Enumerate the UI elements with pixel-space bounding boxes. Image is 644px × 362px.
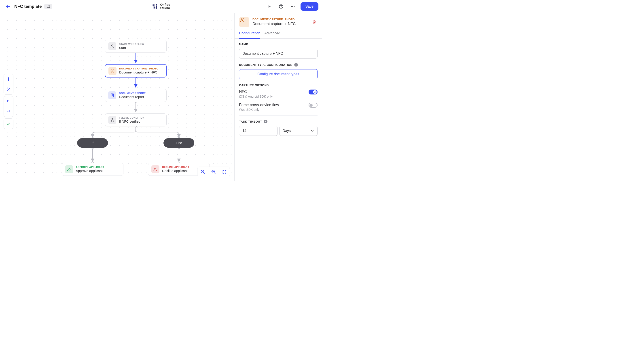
add-node-button[interactable] <box>4 74 13 84</box>
tab-advanced[interactable]: Advanced <box>264 31 280 38</box>
svg-marker-7 <box>268 5 270 7</box>
zoom-out-icon <box>200 170 205 175</box>
brand-logo-icon <box>152 3 158 9</box>
user-icon <box>108 42 116 50</box>
node-start[interactable]: START WORKFLOW Start <box>105 40 166 53</box>
node-type: START WORKFLOW <box>119 43 144 46</box>
trash-icon <box>312 20 316 24</box>
plus-icon <box>6 77 11 81</box>
tab-configuration[interactable]: Configuration <box>239 31 260 39</box>
undo-button[interactable] <box>4 96 13 107</box>
svg-point-2 <box>153 4 154 5</box>
nfc-option-sub: iOS & Android SDK only <box>239 95 272 98</box>
node-type: DOCUMENT CAPTURE: PHOTO <box>119 67 158 70</box>
topbar: NFC template v2 Onfido Studio Save <box>0 0 322 13</box>
play-icon <box>268 5 271 8</box>
cross-device-sub: Web SDK only <box>239 108 279 111</box>
svg-point-20 <box>112 45 113 46</box>
divider <box>239 115 318 116</box>
label-doc-type-text: DOCUMENT TYPE CONFIGURATION <box>239 63 292 67</box>
back-button[interactable] <box>4 3 12 10</box>
delete-button[interactable] <box>311 19 318 25</box>
node-title: Start <box>119 46 144 50</box>
branch-icon <box>108 116 116 124</box>
node-title: Document capture + NFC <box>119 70 158 75</box>
zoom-controls <box>197 167 230 177</box>
undo-icon <box>6 99 11 104</box>
redo-button[interactable] <box>4 107 13 117</box>
label-task-timeout-text: TASK TIMEOUT <box>239 120 262 123</box>
svg-point-10 <box>291 6 292 7</box>
fit-button[interactable] <box>219 167 230 177</box>
pill-if[interactable]: If <box>77 138 108 148</box>
chevron-down-icon <box>310 129 314 133</box>
fullscreen-icon <box>222 170 226 174</box>
node-type: IF/ELSE CONDITION <box>119 116 144 120</box>
label-doc-type: DOCUMENT TYPE CONFIGURATION i <box>239 63 318 67</box>
svg-point-27 <box>154 168 156 169</box>
left-toolbar <box>4 74 14 129</box>
info-icon[interactable]: i <box>264 120 268 123</box>
svg-line-34 <box>214 173 216 174</box>
node-title: Approve applicant <box>76 169 104 173</box>
node-title: Decline applicant <box>162 169 189 173</box>
node-type: DECLINE APPLICANT <box>162 166 189 169</box>
svg-point-21 <box>112 70 113 71</box>
svg-point-12 <box>294 6 294 7</box>
wand-icon <box>6 87 11 92</box>
redo-icon <box>6 109 11 114</box>
help-icon <box>278 4 284 9</box>
svg-point-37 <box>241 19 242 20</box>
svg-point-25 <box>113 121 114 121</box>
timeout-value-input[interactable] <box>239 126 278 136</box>
svg-point-9 <box>281 7 281 7</box>
svg-line-31 <box>204 173 205 174</box>
node-approve[interactable]: APPROVE APPLICANT Approve applicant <box>62 163 124 176</box>
node-type: APPROVE APPLICANT <box>76 166 104 169</box>
name-input[interactable] <box>239 49 318 58</box>
nfc-option-title: NFC <box>239 90 272 94</box>
validate-button[interactable] <box>4 119 13 129</box>
node-title: If NFC verified <box>119 120 144 124</box>
nfc-toggle[interactable] <box>308 90 318 94</box>
side-panel: DOCUMENT CAPTURE: PHOTO Document capture… <box>234 13 322 181</box>
svg-point-26 <box>68 168 69 169</box>
dots-icon <box>290 4 295 9</box>
svg-point-11 <box>292 6 293 7</box>
node-type: DOCUMENT REPORT <box>119 92 146 95</box>
side-title: Document capture + NFC <box>252 21 296 26</box>
label-task-timeout: TASK TIMEOUT i <box>239 120 318 123</box>
page-title: NFC template <box>14 4 42 9</box>
help-button[interactable] <box>277 3 285 10</box>
brand-name-top: Onfido <box>160 3 170 6</box>
cross-device-title: Force cross-device flow <box>239 103 279 107</box>
svg-point-4 <box>154 7 155 8</box>
more-button[interactable] <box>289 3 296 10</box>
brand-name-bottom: Studio <box>160 6 170 10</box>
magic-button[interactable] <box>4 84 13 94</box>
info-icon[interactable]: i <box>294 63 298 67</box>
scan-icon <box>239 17 249 27</box>
pill-else[interactable]: Else <box>164 138 194 148</box>
brand: Onfido Studio <box>152 3 170 9</box>
svg-point-6 <box>156 4 157 5</box>
play-button[interactable] <box>266 3 273 10</box>
canvas[interactable]: START WORKFLOW Start DOCUMENT CAPTURE: P… <box>0 13 234 181</box>
node-report[interactable]: DOCUMENT REPORT Document report <box>105 89 166 102</box>
timeout-unit-value: Days <box>283 129 291 133</box>
configure-doc-types-button[interactable]: Configure document types <box>239 69 318 79</box>
scan-icon <box>108 67 116 75</box>
node-condition[interactable]: IF/ELSE CONDITION If NFC verified <box>105 113 166 126</box>
svg-point-24 <box>111 121 112 121</box>
cross-device-toggle[interactable] <box>308 103 318 108</box>
zoom-out-button[interactable] <box>198 167 208 177</box>
svg-point-23 <box>112 118 112 119</box>
node-capture[interactable]: DOCUMENT CAPTURE: PHOTO Document capture… <box>105 64 166 77</box>
user-x-icon <box>152 165 160 173</box>
version-badge: v2 <box>44 4 52 9</box>
zoom-in-button[interactable] <box>208 167 219 177</box>
timeout-unit-select[interactable]: Days <box>279 126 318 136</box>
user-check-icon <box>65 165 73 173</box>
check-icon <box>6 122 11 126</box>
save-button[interactable]: Save <box>300 2 318 11</box>
